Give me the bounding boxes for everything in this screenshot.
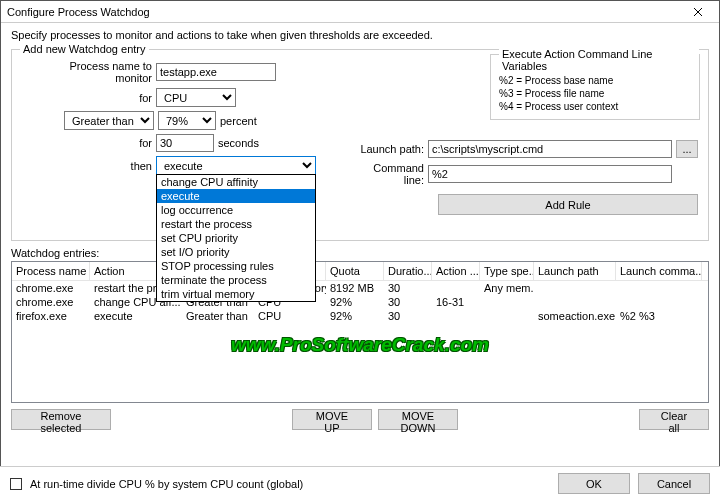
metric-select[interactable]: CPU bbox=[156, 88, 236, 107]
action-option[interactable]: execute bbox=[157, 189, 315, 203]
table-cell bbox=[432, 281, 480, 295]
window-title: Configure Process Watchdog bbox=[7, 6, 683, 18]
ok-button[interactable]: OK bbox=[558, 473, 630, 494]
table-cell: 92% bbox=[326, 309, 384, 323]
column-header[interactable]: Launch comma... bbox=[616, 262, 702, 280]
table-cell bbox=[480, 309, 534, 323]
seconds-suffix: seconds bbox=[218, 137, 259, 149]
column-header[interactable]: Process name bbox=[12, 262, 90, 280]
column-header[interactable]: Action ... bbox=[432, 262, 480, 280]
launch-path-label: Launch path: bbox=[352, 143, 424, 155]
column-header[interactable]: Duratio... bbox=[384, 262, 432, 280]
watermark-text: www.ProSoftwareCrack.com bbox=[12, 334, 708, 356]
then-label: then bbox=[32, 160, 152, 172]
table-cell: 30 bbox=[384, 295, 432, 309]
comparator-select[interactable]: Greater than bbox=[64, 111, 154, 130]
command-line-label: Command line: bbox=[352, 162, 424, 186]
action-option[interactable]: trim virtual memory bbox=[157, 287, 315, 301]
remove-selected-button[interactable]: Remove selected bbox=[11, 409, 111, 430]
table-cell: Greater than bbox=[182, 309, 254, 323]
move-down-button[interactable]: MOVE DOWN bbox=[378, 409, 458, 430]
close-icon bbox=[693, 7, 703, 17]
column-header[interactable]: Launch path bbox=[534, 262, 616, 280]
seconds-input[interactable] bbox=[156, 134, 214, 152]
runtime-divide-checkbox[interactable] bbox=[10, 478, 22, 490]
action-option[interactable]: log occurrence bbox=[157, 203, 315, 217]
table-cell bbox=[480, 295, 534, 309]
column-header[interactable]: Quota bbox=[326, 262, 384, 280]
table-cell: 16-31 bbox=[432, 295, 480, 309]
process-name-input[interactable] bbox=[156, 63, 276, 81]
close-button[interactable] bbox=[683, 3, 713, 21]
add-entry-group: Add new Watchdog entry Execute Action Co… bbox=[11, 49, 709, 241]
var-3: %3 = Process file name bbox=[499, 87, 691, 100]
clear-all-button[interactable]: Clear all bbox=[639, 409, 709, 430]
entries-table[interactable]: Process nameActionLess / GreaterTypeQuot… bbox=[11, 261, 709, 403]
footer: At run-time divide CPU % by system CPU c… bbox=[0, 466, 720, 500]
action-option[interactable]: change CPU affinity bbox=[157, 175, 315, 189]
table-row[interactable]: firefox.exeexecuteGreater thanCPU92%30so… bbox=[12, 309, 708, 323]
move-up-button[interactable]: MOVE UP bbox=[292, 409, 372, 430]
action-option[interactable]: set CPU priority bbox=[157, 231, 315, 245]
table-cell bbox=[616, 295, 702, 309]
add-rule-button[interactable]: Add Rule bbox=[438, 194, 698, 215]
percent-select[interactable]: 79% bbox=[158, 111, 216, 130]
table-cell: %2 %3 bbox=[616, 309, 702, 323]
process-label: Process name to monitor bbox=[32, 60, 152, 84]
table-cell: 30 bbox=[384, 281, 432, 295]
browse-button[interactable]: ... bbox=[676, 140, 698, 158]
table-cell: chrome.exe bbox=[12, 281, 90, 295]
table-cell bbox=[534, 295, 616, 309]
titlebar: Configure Process Watchdog bbox=[1, 1, 719, 23]
action-option[interactable]: set I/O priority bbox=[157, 245, 315, 259]
vars-legend: Execute Action Command Line Variables bbox=[499, 48, 699, 72]
action-option[interactable]: STOP processing rules bbox=[157, 259, 315, 273]
cancel-button[interactable]: Cancel bbox=[638, 473, 710, 494]
table-cell bbox=[616, 281, 702, 295]
table-cell bbox=[432, 309, 480, 323]
table-cell: chrome.exe bbox=[12, 295, 90, 309]
table-cell: firefox.exe bbox=[12, 309, 90, 323]
table-cell: 30 bbox=[384, 309, 432, 323]
percent-suffix: percent bbox=[220, 115, 257, 127]
action-option[interactable]: terminate the process bbox=[157, 273, 315, 287]
table-cell: 92% bbox=[326, 295, 384, 309]
runtime-divide-label: At run-time divide CPU % by system CPU c… bbox=[30, 478, 303, 490]
for-label-2: for bbox=[32, 137, 152, 149]
launch-path-input[interactable] bbox=[428, 140, 672, 158]
command-line-input[interactable] bbox=[428, 165, 672, 183]
column-header[interactable]: Type spe... bbox=[480, 262, 534, 280]
table-cell: CPU bbox=[254, 309, 326, 323]
cmdline-vars-box: Execute Action Command Line Variables %1… bbox=[490, 54, 700, 120]
table-cell bbox=[534, 281, 616, 295]
table-cell: 8192 MB bbox=[326, 281, 384, 295]
table-cell: execute bbox=[90, 309, 182, 323]
action-select[interactable]: execute bbox=[156, 156, 316, 175]
action-option[interactable]: restart the process bbox=[157, 217, 315, 231]
var-4: %4 = Process user context bbox=[499, 100, 691, 113]
description-text: Specify processes to monitor and actions… bbox=[11, 29, 709, 41]
for-label-1: for bbox=[32, 92, 152, 104]
table-cell: someaction.exe bbox=[534, 309, 616, 323]
var-2: %2 = Process base name bbox=[499, 74, 691, 87]
table-cell: Any mem... bbox=[480, 281, 534, 295]
table-row[interactable]: chrome.exerestart the proc...Greater tha… bbox=[12, 281, 708, 295]
entries-label: Watchdog entries: bbox=[11, 247, 709, 259]
group-legend: Add new Watchdog entry bbox=[20, 43, 149, 55]
table-row[interactable]: chrome.exechange CPU aff...Greater thanC… bbox=[12, 295, 708, 309]
action-dropdown-list: change CPU affinityexecutelog occurrence… bbox=[156, 174, 316, 302]
